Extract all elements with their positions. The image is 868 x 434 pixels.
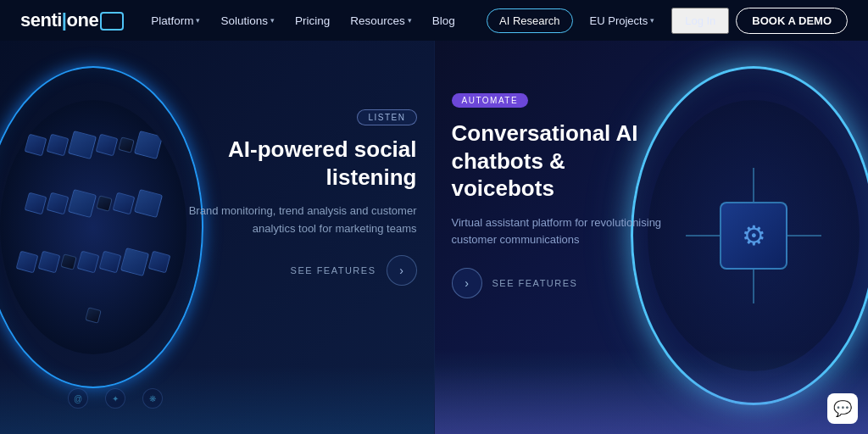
listen-description: Brand monitoring, trend analysis and cus… (180, 203, 417, 238)
automate-cta-label: SEE FEATURES (492, 278, 578, 288)
cube-icon (134, 130, 163, 159)
chevron-down-icon: ▾ (650, 16, 654, 25)
logo-text: senti|one (20, 9, 98, 31)
cube-icon (68, 188, 97, 217)
circuit-line-icon (753, 168, 754, 202)
social-icon: @ (68, 388, 88, 409)
cube-icon (134, 188, 163, 217)
cube-icon (96, 195, 113, 212)
logo-bracket-icon (100, 12, 124, 31)
social-icon-3: ❋ (142, 388, 163, 409)
panel-listen: @ ✦ ❋ LISTEN AI-powered social listening… (0, 41, 435, 434)
chevron-down-icon: ▾ (408, 16, 412, 25)
social-icon-2: ✦ (105, 388, 125, 409)
nav-item-pricing[interactable]: Pricing (287, 9, 338, 32)
nav-item-blog[interactable]: Blog (424, 9, 464, 32)
automate-heading: Conversational AI chatbots & voicebots (452, 120, 706, 203)
nav-item-resources[interactable]: Resources ▾ (342, 9, 420, 32)
orb-inner-left (0, 100, 186, 354)
listen-cta-button[interactable]: SEE FEATURES › (180, 255, 417, 286)
listen-heading: AI-powered social listening (180, 136, 417, 191)
cube-icon (118, 136, 135, 153)
listen-cta-label: SEE FEATURES (291, 265, 376, 275)
cube-icon (120, 247, 149, 275)
chevron-down-icon: ▾ (270, 16, 275, 25)
cube-icon (96, 133, 119, 156)
arrow-right-icon: › (452, 268, 482, 298)
cube-icon (47, 192, 70, 214)
circuit-line-icon (753, 270, 754, 303)
nav-right-buttons: AI Research EU Projects ▾ Log In BOOK A … (487, 8, 848, 34)
ai-research-button[interactable]: AI Research (487, 8, 573, 33)
listen-badge: LISTEN (357, 109, 416, 125)
cube-icon (99, 250, 122, 273)
cube-icon (47, 133, 70, 156)
cube-icon (38, 250, 61, 273)
cube-icon (16, 250, 39, 273)
cube-icon (77, 250, 100, 273)
panel-automate: ⚙ AUTOMATE Conversational AI chatbots & … (435, 41, 869, 434)
automate-description: Virtual assistant platform for revolutio… (452, 214, 706, 250)
cube-icon (60, 253, 77, 270)
cube-icon (113, 192, 136, 214)
circuit-center: ⚙ (720, 202, 787, 270)
automate-cta-button[interactable]: › SEE FEATURES (452, 268, 706, 298)
logo[interactable]: senti|one (20, 9, 124, 31)
chat-widget-icon[interactable]: 💬 (827, 393, 858, 424)
arrow-right-icon: › (387, 255, 417, 286)
eu-projects-button[interactable]: EU Projects ▾ (580, 9, 665, 32)
listen-content: LISTEN AI-powered social listening Brand… (180, 108, 417, 286)
automate-content: AUTOMATE Conversational AI chatbots & vo… (452, 92, 706, 298)
cube-icon (68, 130, 97, 159)
cube-icon (148, 250, 171, 273)
cube-icon (25, 133, 47, 156)
chevron-down-icon: ▾ (196, 16, 200, 25)
main-content: @ ✦ ❋ LISTEN AI-powered social listening… (0, 41, 868, 434)
automate-badge: AUTOMATE (452, 93, 529, 108)
nav-item-platform[interactable]: Platform ▾ (142, 9, 209, 32)
cube-icon (25, 192, 47, 214)
bottom-icons-left: @ ✦ ❋ (68, 388, 163, 409)
cube-icon (85, 307, 102, 324)
gear-icon: ⚙ (742, 220, 766, 252)
circuit-line-icon (787, 235, 821, 236)
cube-cluster (17, 117, 170, 337)
navigation: senti|one Platform ▾ Solutions ▾ Pricing… (0, 0, 868, 41)
circuit-visual: ⚙ (686, 168, 821, 303)
nav-item-solutions[interactable]: Solutions ▾ (212, 9, 283, 32)
ground-glow-left (0, 366, 434, 434)
purple-glow (435, 366, 869, 434)
book-demo-button[interactable]: BOOK A DEMO (736, 8, 848, 34)
login-button[interactable]: Log In (671, 8, 729, 34)
